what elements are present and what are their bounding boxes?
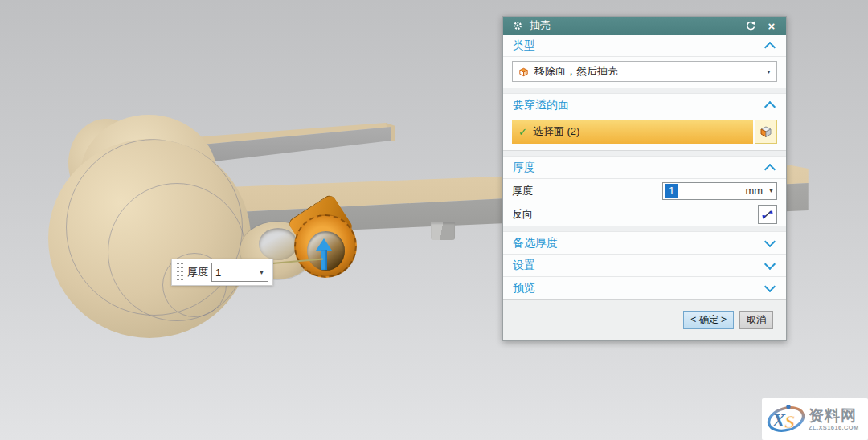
cad-viewport: 厚度 1 ▼ 抽壳 × 类型 — [0, 0, 868, 440]
reverse-direction-row: 反向 — [503, 202, 786, 226]
reverse-direction-icon — [760, 207, 775, 222]
section-label-preview: 预览 — [513, 281, 766, 295]
model-spherical-boss[interactable] — [48, 115, 253, 340]
drag-handle-icon[interactable] — [176, 262, 184, 283]
reverse-label: 反向 — [512, 207, 758, 222]
select-face-label: 选择面 (2) — [533, 124, 580, 139]
thickness-unit[interactable]: mm — [745, 185, 768, 197]
dialog-footer: < 确定 > 取消 — [503, 299, 786, 340]
face-selection-row: ✓ 选择面 (2) — [503, 116, 786, 150]
model-peg[interactable] — [431, 222, 455, 240]
boss-body[interactable] — [48, 139, 251, 338]
section-label-type: 类型 — [513, 39, 766, 53]
shell-type-dropdown[interactable]: 移除面，然后抽壳 ▼ — [512, 61, 777, 82]
section-header-faces[interactable]: 要穿透的面 — [503, 94, 786, 116]
reverse-direction-button[interactable] — [758, 205, 777, 224]
shell-dialog: 抽壳 × 类型 移除面，然后抽壳 ▼ 要穿透的面 — [502, 16, 787, 341]
shell-type-value: 移除面，然后抽壳 — [534, 64, 618, 79]
gear-icon — [511, 19, 524, 32]
chevron-up-icon[interactable] — [764, 164, 776, 175]
chevron-down-icon[interactable] — [764, 281, 776, 292]
section-header-settings[interactable]: 设置 — [503, 255, 786, 277]
check-icon: ✓ — [518, 126, 527, 138]
small-cylinder-bore[interactable] — [259, 228, 297, 260]
section-header-thickness[interactable]: 厚度 — [503, 157, 786, 179]
thickness-input[interactable]: 1 mm ▼ — [662, 182, 777, 200]
ok-button[interactable]: < 确定 > — [683, 311, 734, 329]
direction-arrow-icon[interactable] — [316, 238, 332, 251]
thickness-value-selected: 1 — [665, 184, 678, 198]
watermark: X S 资料网 ZL.XS1616.COM — [762, 398, 868, 440]
select-face-field[interactable]: ✓ 选择面 (2) — [512, 120, 753, 144]
reset-icon[interactable] — [744, 19, 757, 32]
svg-text:S: S — [784, 411, 795, 432]
onscreen-thickness-value: 1 — [215, 267, 221, 279]
section-header-alt-thickness[interactable]: 备选厚度 — [503, 232, 786, 255]
face-select-button[interactable] — [755, 120, 777, 144]
chevron-down-icon[interactable]: ▼ — [768, 188, 774, 194]
cancel-button[interactable]: 取消 — [739, 311, 773, 329]
face-cube-icon — [759, 124, 773, 139]
onscreen-thickness-label: 厚度 — [187, 265, 208, 279]
chevron-up-icon[interactable] — [764, 42, 776, 53]
thickness-value-row: 厚度 1 mm ▼ — [503, 179, 786, 202]
section-divider — [503, 88, 786, 94]
direction-arrow-shaft[interactable] — [321, 250, 327, 270]
section-divider — [503, 226, 786, 232]
section-label-settings: 设置 — [513, 259, 766, 273]
chevron-up-icon[interactable] — [764, 101, 776, 112]
section-header-type[interactable]: 类型 — [503, 35, 786, 57]
dialog-title: 抽壳 — [530, 18, 736, 33]
xs-logo-icon: X S — [765, 401, 807, 437]
type-dropdown-row: 移除面，然后抽壳 ▼ — [503, 57, 786, 88]
section-divider — [503, 150, 786, 157]
onscreen-thickness-input[interactable]: 1 ▼ — [211, 263, 268, 282]
chevron-down-icon[interactable]: ▼ — [766, 69, 772, 75]
watermark-site-url: ZL.XS1616.COM — [809, 425, 859, 431]
close-icon[interactable]: × — [765, 19, 778, 32]
chevron-down-icon[interactable]: ▼ — [259, 270, 264, 275]
thickness-label: 厚度 — [512, 184, 662, 198]
onscreen-thickness-box: 厚度 1 ▼ — [171, 259, 273, 286]
remove-face-cube-icon — [518, 66, 530, 78]
chevron-down-icon[interactable] — [764, 236, 776, 247]
chevron-down-icon[interactable] — [764, 259, 776, 270]
section-label-alt-thickness: 备选厚度 — [513, 236, 766, 251]
section-label-faces: 要穿透的面 — [513, 98, 766, 112]
watermark-site-name: 资料网 — [809, 408, 859, 423]
section-label-thickness: 厚度 — [513, 161, 766, 175]
section-header-preview[interactable]: 预览 — [503, 277, 786, 299]
dialog-titlebar: 抽壳 × — [503, 17, 786, 35]
